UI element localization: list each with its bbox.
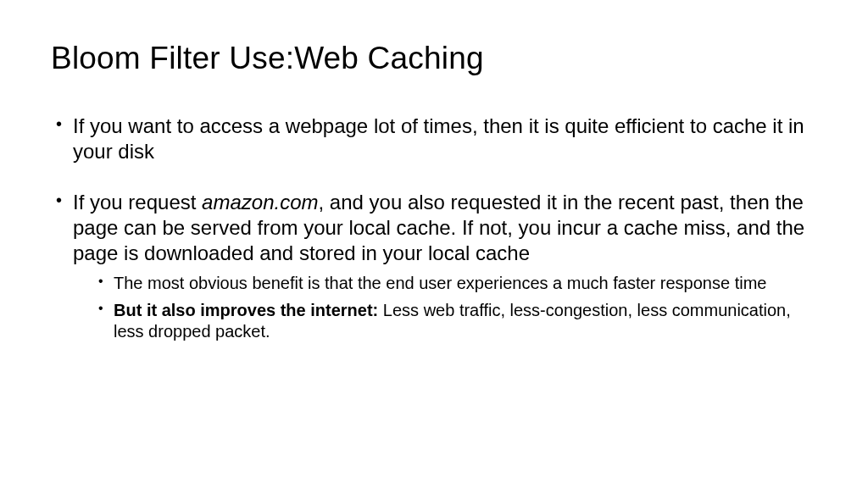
bullet-text: If you want to access a webpage lot of t…: [73, 114, 804, 163]
sub-bullet-list: The most obvious benefit is that the end…: [73, 273, 817, 343]
list-item: If you request amazon.com, and you also …: [51, 190, 817, 343]
list-item: The most obvious benefit is that the end…: [95, 273, 817, 295]
list-item: If you want to access a webpage lot of t…: [51, 114, 817, 164]
list-item: But it also improves the internet: Less …: [95, 300, 817, 343]
bullet-text-pre: If you request: [73, 191, 202, 214]
bullet-text-emphasis: amazon.com: [202, 191, 318, 214]
slide-title: Bloom Filter Use:Web Caching: [51, 41, 817, 76]
sub-bullet-bold: But it also improves the internet:: [114, 301, 383, 319]
sub-bullet-text: The most obvious benefit is that the end…: [114, 274, 766, 292]
bullet-list: If you want to access a webpage lot of t…: [51, 114, 817, 343]
